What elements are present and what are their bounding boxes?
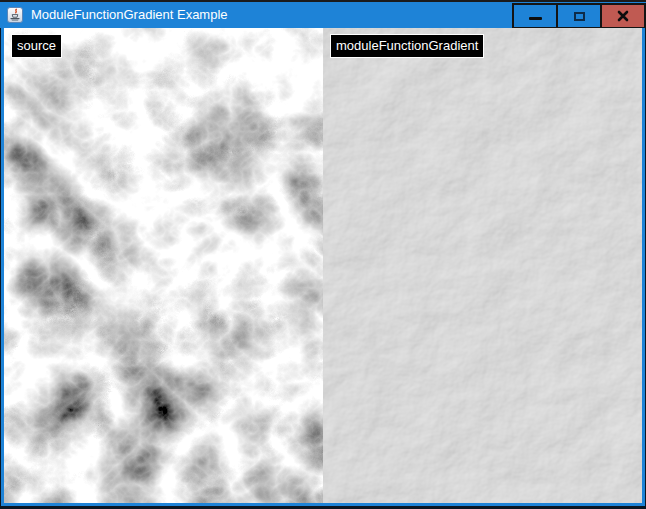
- titlebar[interactable]: ModuleFunctionGradient Example: [0, 0, 646, 28]
- source-image-label: source: [11, 34, 62, 58]
- content-area: source moduleFunctionGradient: [1, 28, 645, 506]
- minimize-dash-icon: [529, 17, 542, 20]
- java-coffee-cup-icon[interactable]: [7, 7, 23, 23]
- application-window: ModuleFunctionGradient Example: [0, 0, 646, 509]
- close-x-icon: [617, 10, 629, 22]
- maximize-square-icon: [574, 12, 585, 21]
- gradient-noise-image: [323, 28, 642, 503]
- maximize-button[interactable]: [556, 3, 602, 29]
- window-frame: source moduleFunctionGradient: [0, 28, 646, 509]
- panel-source: source: [4, 28, 323, 503]
- window-title: ModuleFunctionGradient Example: [31, 2, 228, 28]
- minimize-button[interactable]: [512, 3, 558, 29]
- window-controls: [514, 3, 646, 29]
- gradient-image-label: moduleFunctionGradient: [330, 34, 484, 58]
- source-noise-image: [4, 28, 323, 503]
- close-button[interactable]: [600, 3, 646, 29]
- panel-module-function-gradient: moduleFunctionGradient: [323, 28, 642, 503]
